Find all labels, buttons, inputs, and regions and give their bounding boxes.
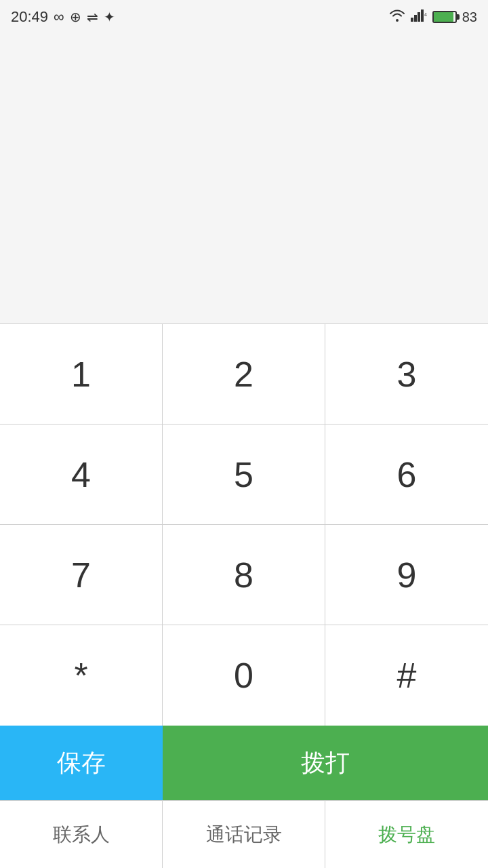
- svg-rect-1: [414, 15, 417, 22]
- sync-icon: ⊕: [70, 9, 81, 25]
- dial-key-5[interactable]: 5: [163, 425, 325, 525]
- infinity-icon: ∞: [54, 8, 64, 26]
- status-left: 20:49 ∞ ⊕ ⇌ ✦: [11, 8, 115, 26]
- nav-contacts[interactable]: 联系人: [0, 801, 163, 868]
- nav-dialpad[interactable]: 拨号盘: [325, 801, 488, 868]
- wifi-icon: [389, 9, 405, 25]
- dial-key-0[interactable]: 0: [163, 625, 325, 726]
- status-bar: 20:49 ∞ ⊕ ⇌ ✦ 4G 83: [0, 0, 488, 34]
- person-icon: ✦: [104, 9, 115, 25]
- call-log-label: 通话记录: [206, 822, 282, 848]
- svg-rect-0: [411, 18, 413, 22]
- contacts-label: 联系人: [53, 822, 110, 848]
- signal-icon: 4G: [411, 9, 427, 25]
- battery-icon: [432, 11, 457, 23]
- svg-rect-3: [421, 9, 424, 22]
- svg-text:4G: 4G: [424, 12, 427, 17]
- display-area: [0, 34, 488, 323]
- status-right: 4G 83: [389, 9, 477, 25]
- save-button[interactable]: 保存: [0, 726, 163, 800]
- dialpad: 1 2 3 4 5 6 7 8 9 * 0 #: [0, 323, 488, 726]
- dial-key-2[interactable]: 2: [163, 324, 325, 425]
- bottom-nav: 联系人 通话记录 拨号盘: [0, 800, 488, 868]
- dial-key-8[interactable]: 8: [163, 525, 325, 625]
- action-buttons: 保存 拨打: [0, 726, 488, 800]
- dial-key-6[interactable]: 6: [325, 425, 488, 525]
- dial-key-3[interactable]: 3: [325, 324, 488, 425]
- status-time: 20:49: [11, 8, 48, 26]
- battery-level: 83: [462, 9, 477, 25]
- dialpad-label: 拨号盘: [378, 822, 435, 848]
- dial-key-4[interactable]: 4: [0, 425, 163, 525]
- dial-key-1[interactable]: 1: [0, 324, 163, 425]
- dial-key-star[interactable]: *: [0, 625, 163, 726]
- dial-key-hash[interactable]: #: [325, 625, 488, 726]
- nav-call-log[interactable]: 通话记录: [163, 801, 325, 868]
- dial-key-7[interactable]: 7: [0, 525, 163, 625]
- dial-key-9[interactable]: 9: [325, 525, 488, 625]
- call-button[interactable]: 拨打: [163, 726, 488, 800]
- svg-rect-2: [418, 12, 420, 22]
- usb-icon: ⇌: [87, 9, 98, 25]
